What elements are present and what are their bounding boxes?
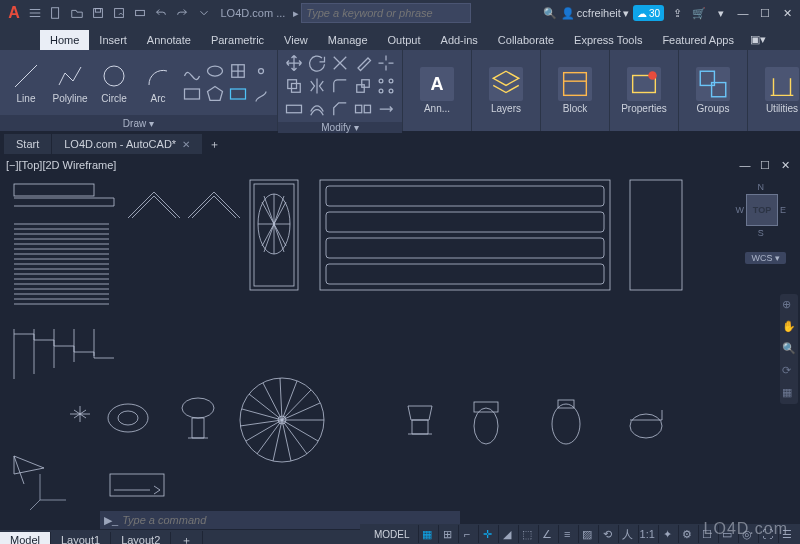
tab-overflow[interactable]: ▣▾: [744, 29, 772, 50]
tab-home[interactable]: Home: [40, 30, 89, 50]
erase-icon[interactable]: [353, 53, 373, 73]
scale-icon[interactable]: 1:1: [638, 525, 656, 543]
mirror-icon[interactable]: [307, 76, 327, 96]
save-icon[interactable]: [90, 5, 106, 21]
doctab-file[interactable]: LO4D.com - AutoCAD*✕: [52, 134, 203, 154]
tab-insert[interactable]: Insert: [89, 30, 137, 50]
zoom-icon[interactable]: 🔍: [782, 342, 796, 356]
spline-icon[interactable]: [182, 61, 202, 81]
search-chevron-icon[interactable]: ▸: [293, 7, 299, 20]
cart-icon[interactable]: 🛒: [690, 4, 708, 22]
help-dropdown[interactable]: ▾: [712, 4, 730, 22]
rectangle-icon[interactable]: [182, 84, 202, 104]
ortho-icon[interactable]: ⌐: [458, 525, 476, 543]
viewport-close-icon[interactable]: ✕: [776, 156, 794, 174]
move-icon[interactable]: [284, 53, 304, 73]
viewport-label[interactable]: [−][Top][2D Wireframe]: [6, 159, 116, 171]
viewport-controls[interactable]: [−][Top][2D Wireframe] — ☐ ✕: [0, 156, 800, 174]
layout-model[interactable]: Model: [0, 532, 51, 544]
layout-add[interactable]: ＋: [171, 531, 203, 545]
new-icon[interactable]: [48, 5, 64, 21]
scale-icon[interactable]: [353, 76, 373, 96]
rotate-icon[interactable]: [307, 53, 327, 73]
doctab-start[interactable]: Start: [4, 134, 52, 154]
tab-express[interactable]: Express Tools: [564, 30, 652, 50]
isolate-icon[interactable]: ◎: [738, 525, 756, 543]
transparency-icon[interactable]: ▨: [578, 525, 596, 543]
tab-annotate[interactable]: Annotate: [137, 30, 201, 50]
tab-view[interactable]: View: [274, 30, 318, 50]
tab-parametric[interactable]: Parametric: [201, 30, 274, 50]
fullnav-icon[interactable]: ⊕: [782, 298, 796, 312]
minimize-button[interactable]: —: [734, 4, 752, 22]
layout-1[interactable]: Layout1: [51, 532, 111, 544]
array-icon[interactable]: [376, 76, 396, 96]
open-icon[interactable]: [69, 5, 85, 21]
tab-addins[interactable]: Add-ins: [431, 30, 488, 50]
customize-icon[interactable]: ☰: [778, 525, 796, 543]
lengthen-icon[interactable]: [376, 99, 396, 119]
viewport-min-icon[interactable]: —: [736, 156, 754, 174]
explode-icon[interactable]: [376, 53, 396, 73]
monitor-icon[interactable]: ☐: [698, 525, 716, 543]
stretch-icon[interactable]: [284, 99, 304, 119]
cycling-icon[interactable]: ⟲: [598, 525, 616, 543]
hatch-icon[interactable]: [228, 61, 248, 81]
close-tab-icon[interactable]: ✕: [182, 139, 190, 150]
trial-badge[interactable]: ☁ 30: [633, 5, 664, 21]
close-button[interactable]: ✕: [778, 4, 796, 22]
copy-icon[interactable]: [284, 76, 304, 96]
trim-icon[interactable]: [330, 53, 350, 73]
tab-manage[interactable]: Manage: [318, 30, 378, 50]
osnap-icon[interactable]: ⬚: [518, 525, 536, 543]
redo-icon[interactable]: [174, 5, 190, 21]
panel-properties[interactable]: Properties: [616, 65, 672, 116]
wcs-badge[interactable]: WCS ▾: [745, 252, 786, 264]
user-menu[interactable]: 👤 ccfreiheit ▾: [561, 7, 629, 20]
panel-block[interactable]: Block: [547, 65, 603, 116]
workspace-icon[interactable]: ⚙: [678, 525, 696, 543]
tab-collaborate[interactable]: Collaborate: [488, 30, 564, 50]
helix-icon[interactable]: [251, 84, 271, 104]
tool-polyline[interactable]: Polyline: [50, 61, 90, 104]
saveas-icon[interactable]: [111, 5, 127, 21]
search-box[interactable]: [301, 3, 471, 23]
maximize-button[interactable]: ☐: [756, 4, 774, 22]
hardware-icon[interactable]: ▭: [718, 525, 736, 543]
tool-arc[interactable]: Arc: [138, 61, 178, 104]
iso-icon[interactable]: ◢: [498, 525, 516, 543]
point-icon[interactable]: [251, 61, 271, 81]
lineweight-icon[interactable]: ≡: [558, 525, 576, 543]
grid-icon[interactable]: ▦: [418, 525, 436, 543]
pan-icon[interactable]: ✋: [782, 320, 796, 334]
panel-layers[interactable]: Layers: [478, 65, 534, 116]
search-icon[interactable]: 🔍: [543, 7, 557, 20]
viewport-max-icon[interactable]: ☐: [756, 156, 774, 174]
clean-icon[interactable]: ⛶: [758, 525, 776, 543]
otrack-icon[interactable]: ∠: [538, 525, 556, 543]
tool-line[interactable]: Line: [6, 61, 46, 104]
offset-icon[interactable]: [307, 99, 327, 119]
tab-featured[interactable]: Featured Apps: [652, 30, 744, 50]
view-cube[interactable]: N W TOP E S: [735, 182, 786, 238]
region-icon[interactable]: [228, 84, 248, 104]
drawing-canvas[interactable]: N W TOP E S WCS ▾ ⊕ ✋ 🔍 ⟳ ▦: [0, 174, 800, 510]
app-logo[interactable]: A: [4, 3, 24, 23]
showmotion-icon[interactable]: ▦: [782, 386, 796, 400]
undo-icon[interactable]: [153, 5, 169, 21]
qat-dropdown-icon[interactable]: [196, 5, 212, 21]
annoscale-icon[interactable]: 人: [618, 525, 636, 543]
orbit-icon[interactable]: ⟳: [782, 364, 796, 378]
polar-icon[interactable]: ✛: [478, 525, 496, 543]
plot-icon[interactable]: [132, 5, 148, 21]
panel-annotation[interactable]: AAnn...: [409, 65, 465, 116]
chamfer-icon[interactable]: [330, 99, 350, 119]
search-input[interactable]: [306, 7, 466, 19]
status-model[interactable]: MODEL: [368, 529, 416, 540]
tool-circle[interactable]: Circle: [94, 61, 134, 104]
menu-icon[interactable]: [27, 5, 43, 21]
panel-groups[interactable]: Groups: [685, 65, 741, 116]
snap-icon[interactable]: ⊞: [438, 525, 456, 543]
layout-2[interactable]: Layout2: [111, 532, 171, 544]
align-icon[interactable]: [353, 99, 373, 119]
